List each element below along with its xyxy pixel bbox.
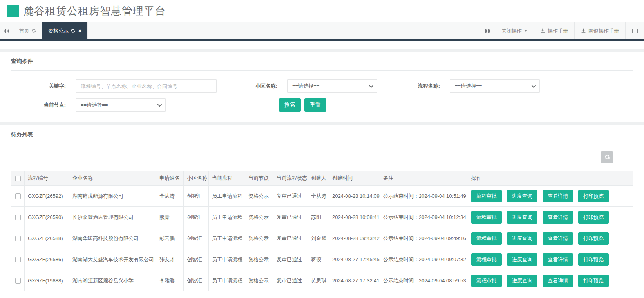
- column-header: 小区名称: [184, 171, 209, 186]
- download-icon: [581, 28, 586, 33]
- column-header: 备注: [380, 171, 468, 186]
- cell-current-process: 员工申请流程: [209, 186, 245, 207]
- row-action-button[interactable]: 查看详情: [543, 190, 573, 202]
- row-actions: 流程审批进度查询查看详情打印预览: [471, 275, 630, 287]
- row-checkbox[interactable]: [15, 215, 21, 220]
- column-header: 流程编号: [25, 171, 69, 186]
- row-action-button[interactable]: 进度查询: [507, 275, 537, 287]
- cell-remark: 公示结束时间：2024-09-04 10:51:49: [380, 186, 468, 207]
- row-action-button[interactable]: 打印预览: [578, 211, 609, 224]
- cell-created-time: 2024-08-28 09:43:42: [329, 228, 380, 249]
- row-action-button[interactable]: 进度查询: [507, 232, 537, 245]
- row-actions-cell: 流程审批进度查询查看详情打印预览: [468, 186, 633, 207]
- cell-creator: 刘金耀: [308, 228, 329, 249]
- row-action-button[interactable]: 打印预览: [578, 253, 609, 266]
- row-action-button[interactable]: 流程审批: [471, 211, 502, 224]
- select-all-cell: [11, 171, 25, 186]
- todo-panel-title: 待办列表: [11, 125, 633, 144]
- operation-manual-button[interactable]: 操作手册: [534, 22, 574, 39]
- cell-current-process: 员工申请流程: [209, 228, 245, 249]
- cell-current-process: 员工申请流程: [209, 249, 245, 270]
- cell-current-node: 资格公示: [245, 270, 273, 291]
- row-action-button[interactable]: 查看详情: [543, 211, 573, 224]
- cell-current-node: 资格公示: [245, 249, 273, 270]
- search-button[interactable]: 搜索: [279, 98, 301, 112]
- row-action-button[interactable]: 流程审批: [471, 275, 502, 287]
- row-action-button[interactable]: 流程审批: [471, 253, 502, 266]
- cell-applicant-name: 熊青: [156, 207, 184, 228]
- column-header: 当前流程: [209, 171, 245, 186]
- column-header: 企业名称: [69, 171, 156, 186]
- cell-current-process: 员工申请流程: [209, 207, 245, 228]
- close-operations-dropdown[interactable]: 关闭操作: [495, 22, 534, 39]
- reset-button[interactable]: 重置: [304, 98, 326, 112]
- todo-toolbar: [11, 144, 633, 163]
- cell-remark: 公示结束时间：2024-09-04 09:49:16: [380, 228, 468, 249]
- cell-process-code: GXGZF(26588): [25, 228, 69, 249]
- tab-home[interactable]: 首页: [13, 22, 42, 39]
- row-action-button[interactable]: 查看详情: [543, 232, 573, 245]
- table-row: GXGZF(26586) 湖南湖大艾盛汽车技术开发有限公司 张友才 创智汇 员工…: [11, 249, 633, 270]
- cell-created-time: 2024-08-27 17:45:45: [329, 249, 380, 270]
- row-action-button[interactable]: 进度查询: [507, 253, 537, 266]
- cell-applicant-name: 李雅聪: [156, 270, 184, 291]
- cell-remark: 公示结束时间：2024-09-04 09:07:32: [380, 249, 468, 270]
- hamburger-icon[interactable]: [7, 5, 19, 17]
- double-chevron-left-icon[interactable]: [0, 22, 13, 39]
- table-row: GXGZF(19888) 湖南湘江新区麓谷岳兴小学 李雅聪 创智汇 员工申请流程…: [11, 270, 633, 291]
- row-checkbox[interactable]: [15, 278, 21, 284]
- cell-applicant-name: 张友才: [156, 249, 184, 270]
- cell-process-status: 复审已通过: [273, 207, 308, 228]
- cell-company-name: 湖南华曙高科技股份有限公司: [69, 228, 156, 249]
- keyword-input-wrap: [76, 79, 217, 93]
- monitor-icon[interactable]: [625, 22, 644, 39]
- tab-qualification-publicity[interactable]: 资格公示 ×: [42, 22, 88, 39]
- chevron-down-icon: [532, 83, 536, 88]
- column-header: 操作: [468, 171, 633, 186]
- row-checkbox[interactable]: [15, 236, 21, 241]
- cell-company-name: 长沙众耀酒店管理有限公司: [69, 207, 156, 228]
- row-action-button[interactable]: 流程审批: [471, 232, 502, 245]
- cell-process-status: 复审已通过: [273, 186, 308, 207]
- row-checkbox[interactable]: [15, 257, 21, 262]
- row-action-button[interactable]: 流程审批: [471, 190, 502, 202]
- cell-current-process: 员工申请流程: [209, 270, 245, 291]
- column-header: 创建时间: [329, 171, 380, 186]
- row-action-button[interactable]: 进度查询: [507, 190, 537, 202]
- cell-process-status: 复审已通过: [273, 270, 308, 291]
- column-header: 申请姓名: [156, 171, 184, 186]
- row-action-button[interactable]: 查看详情: [543, 253, 573, 266]
- refresh-button[interactable]: [601, 151, 613, 163]
- cell-company-name: 湖南锌戊能源有限公司: [69, 186, 156, 207]
- cell-company-name: 湖南湖大艾盛汽车技术开发有限公司: [69, 249, 156, 270]
- page-title: 麓谷租赁公租房智慧管理平台: [23, 4, 166, 18]
- row-actions-cell: 流程审批进度查询查看详情打印预览: [468, 270, 633, 291]
- row-checkbox-cell: [11, 186, 25, 207]
- cell-current-node: 资格公示: [245, 207, 273, 228]
- row-action-button[interactable]: 进度查询: [507, 211, 537, 224]
- row-action-button[interactable]: 打印预览: [578, 232, 609, 245]
- row-action-button[interactable]: 打印预览: [578, 190, 609, 202]
- row-checkbox[interactable]: [15, 193, 21, 199]
- double-chevron-right-icon[interactable]: [481, 22, 495, 39]
- keyword-input[interactable]: [81, 83, 212, 89]
- bank-manual-button[interactable]: 网银操作手册: [574, 22, 625, 39]
- row-actions: 流程审批进度查询查看详情打印预览: [471, 253, 630, 266]
- column-header: 当前流程状态: [273, 171, 308, 186]
- refresh-icon[interactable]: [32, 29, 36, 33]
- close-icon[interactable]: ×: [78, 28, 81, 34]
- tab-qualification-label: 资格公示: [48, 27, 69, 34]
- community-select-value: ==请选择==: [292, 83, 319, 90]
- select-all-checkbox[interactable]: [15, 176, 21, 181]
- refresh-icon[interactable]: [71, 29, 75, 33]
- row-checkbox-cell: [11, 249, 25, 270]
- row-action-button[interactable]: 打印预览: [578, 275, 609, 287]
- community-select[interactable]: ==请选择==: [287, 79, 377, 93]
- process-name-select[interactable]: ==请选择==: [450, 79, 540, 93]
- row-action-button[interactable]: 查看详情: [543, 275, 573, 287]
- row-checkbox-cell: [11, 228, 25, 249]
- current-node-select[interactable]: ==请选择==: [76, 98, 166, 112]
- community-label: 小区名称:: [217, 83, 277, 90]
- row-actions: 流程审批进度查询查看详情打印预览: [471, 211, 630, 224]
- app-header: 麓谷租赁公租房智慧管理平台: [0, 0, 644, 22]
